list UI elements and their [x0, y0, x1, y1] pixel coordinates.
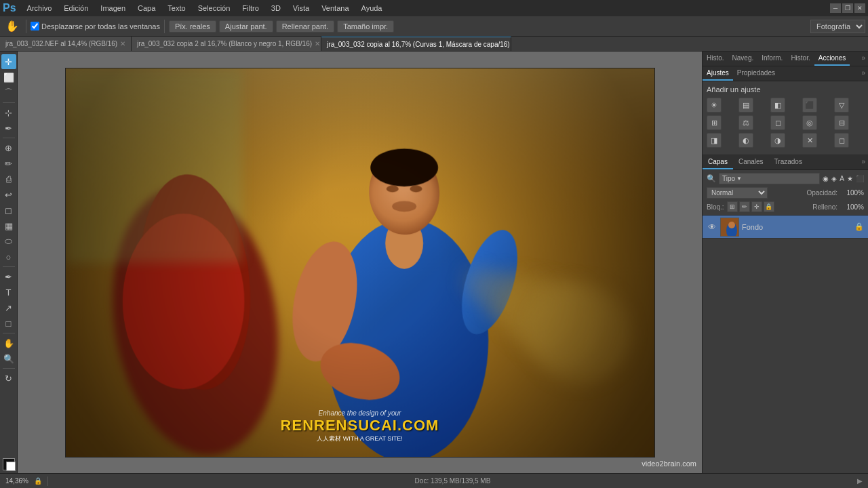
menu-ayuda[interactable]: Ayuda — [356, 3, 388, 14]
menu-capa[interactable]: Capa — [132, 3, 161, 14]
all-windows-checkbox[interactable] — [31, 22, 39, 30]
heal-tool[interactable]: ⊕ — [1, 140, 16, 155]
tab-2-close[interactable]: ✕ — [315, 40, 320, 47]
tamano-impr-button[interactable]: Tamaño impr. — [337, 20, 394, 33]
canvas-area[interactable]: Enhance the design of your RENRENSUCAI.C… — [18, 52, 702, 473]
menu-edicion[interactable]: Edición — [58, 3, 94, 14]
capas-tab-canales[interactable]: Canales — [733, 155, 769, 169]
close-button[interactable]: ✕ — [854, 3, 865, 13]
rellenar-pant-button[interactable]: Rellenar pant. — [276, 20, 335, 33]
rotate-view-tool[interactable]: ↻ — [1, 371, 16, 386]
filter-icon-3[interactable]: A — [840, 175, 844, 182]
panel-tab-ajustes[interactable]: Ajustes — [703, 66, 733, 81]
panel-tab-acciones[interactable]: Acciones — [814, 52, 850, 66]
adj-mixerchannel[interactable]: ⊟ — [834, 115, 849, 130]
zoom-tool[interactable]: 🔍 — [1, 351, 16, 366]
pen-tool[interactable]: ✒ — [1, 269, 16, 284]
panel-tab-inform[interactable]: Inform. — [757, 52, 787, 66]
shape-tool[interactable]: □ — [1, 316, 16, 331]
filter-icon-5[interactable]: ⬛ — [856, 175, 864, 182]
layer-visibility-icon[interactable]: 👁 — [707, 222, 717, 232]
adj-gradient-map[interactable]: ◻ — [834, 133, 849, 148]
lock-transparent-btn[interactable]: ⊞ — [727, 201, 738, 212]
tools-sep-3 — [3, 266, 15, 267]
filter-icon-4[interactable]: ★ — [847, 175, 853, 182]
capas-panel-tabs: Capas Canales Trazados » — [703, 155, 868, 170]
ajustes-panel-expand[interactable]: » — [859, 66, 868, 81]
menu-archivo[interactable]: Archivo — [22, 3, 58, 14]
all-windows-checkbox-label[interactable]: Desplazarse por todas las ventanas — [31, 22, 160, 30]
adj-photofilter[interactable]: ◎ — [802, 115, 817, 130]
tab-3[interactable]: jra_003_032 copia al 16,7% (Curvas 1, Má… — [321, 37, 511, 51]
video2brain-label: video2brain.com — [642, 460, 696, 468]
crop-tool[interactable]: ⊹ — [1, 105, 16, 120]
tab-2[interactable]: jra_003_032 copia 2 al 16,7% (Blanco y n… — [132, 37, 321, 51]
background-color[interactable] — [6, 462, 16, 471]
adj-colorbalance[interactable]: ⚖ — [738, 115, 753, 130]
adj-invert[interactable]: ◨ — [707, 133, 722, 148]
menu-bar: Ps Archivo Edición Imagen Capa Texto Sel… — [0, 0, 868, 16]
menu-imagen[interactable]: Imagen — [95, 3, 131, 14]
hand-tool[interactable]: ✋ — [1, 336, 16, 350]
tab-2-label: jra_003_032 copia 2 al 16,7% (Blanco y n… — [137, 40, 312, 47]
layer-type-filter[interactable]: Tipo ▼ — [719, 173, 820, 184]
adj-posterize[interactable]: ◐ — [738, 133, 753, 148]
text-tool[interactable]: T — [1, 285, 16, 300]
path-select-tool[interactable]: ↗ — [1, 300, 16, 315]
fill-value[interactable]: 100% — [840, 203, 864, 211]
capas-panel-expand[interactable]: » — [859, 155, 868, 169]
capas-tab-trazados[interactable]: Trazados — [769, 155, 808, 169]
opacity-value[interactable]: 100% — [840, 189, 864, 197]
canvas-image[interactable]: Enhance the design of your RENRENSUCAI.C… — [65, 68, 655, 458]
blur-tool[interactable]: ⬭ — [1, 234, 16, 249]
stamp-tool[interactable]: ⎙ — [1, 171, 16, 186]
gradient-tool[interactable]: ▦ — [1, 218, 16, 233]
lasso-tool[interactable]: ⌒ — [1, 85, 16, 100]
dodge-tool[interactable]: ○ — [1, 249, 16, 264]
adj-levels[interactable]: ▤ — [738, 98, 753, 113]
pix-reales-button[interactable]: Píx. reales — [169, 20, 216, 33]
minimize-button[interactable]: ─ — [830, 3, 841, 13]
tab-1-close[interactable]: ✕ — [120, 40, 125, 47]
lock-position-btn[interactable]: ✛ — [751, 201, 762, 212]
adj-hsl[interactable]: ⊞ — [707, 115, 722, 130]
lock-all-btn[interactable]: 🔒 — [764, 201, 774, 212]
eyedropper-tool[interactable]: ✒ — [1, 121, 16, 136]
filter-icon-1[interactable]: ◉ — [823, 175, 829, 182]
blend-mode-select[interactable]: Normal — [707, 187, 768, 199]
preset-dropdown[interactable]: Fotografía — [810, 20, 865, 33]
panel-tab-propiedades[interactable]: Propiedades — [733, 66, 779, 81]
layer-item-fondo[interactable]: 👁 Fondo 🔒 — [703, 216, 868, 239]
adj-threshold[interactable]: ◑ — [770, 133, 785, 148]
panel-tab-naveg[interactable]: Naveg. — [728, 52, 758, 66]
move-tool[interactable]: ✛ — [1, 54, 16, 69]
ajustar-pant-button[interactable]: Ajustar pant. — [219, 20, 273, 33]
adj-brightness[interactable]: ☀ — [707, 98, 722, 113]
adj-curves[interactable]: ◧ — [770, 98, 785, 113]
select-tool[interactable]: ⬜ — [1, 70, 16, 85]
eraser-tool[interactable]: ◻ — [1, 203, 16, 218]
menu-vista[interactable]: Vista — [288, 3, 315, 14]
foreground-color[interactable] — [3, 458, 15, 470]
filter-icon-2[interactable]: ◈ — [831, 175, 837, 182]
brush-tool[interactable]: ✏ — [1, 156, 16, 171]
capas-tab-capas[interactable]: Capas — [703, 155, 733, 169]
adj-selectivecolor[interactable]: ✕ — [802, 133, 817, 148]
tab-1[interactable]: jra_003_032.NEF al 14,4% (RGB/16) ✕ — [0, 37, 132, 51]
history-brush-tool[interactable]: ↩ — [1, 187, 16, 202]
menu-seleccion[interactable]: Selección — [193, 3, 236, 14]
menu-3d[interactable]: 3D — [266, 3, 286, 14]
panel-tab-histor[interactable]: Histor. — [787, 52, 814, 66]
adj-exposure[interactable]: ⬛ — [802, 98, 817, 113]
top-panel-expand[interactable]: » — [859, 52, 868, 66]
adj-bw[interactable]: ◻ — [770, 115, 785, 130]
panel-tab-histo[interactable]: Histo. — [703, 52, 728, 66]
adj-vibrance[interactable]: ▽ — [834, 98, 849, 113]
menu-ventana[interactable]: Ventana — [316, 3, 354, 14]
menu-texto[interactable]: Texto — [162, 3, 191, 14]
lock-pixels-btn[interactable]: ✏ — [739, 201, 750, 212]
status-arrow[interactable]: ▶ — [857, 477, 863, 485]
hand-tool-active[interactable]: ✋ — [3, 18, 22, 34]
restore-button[interactable]: ❐ — [842, 3, 853, 13]
menu-filtro[interactable]: Filtro — [237, 3, 264, 14]
